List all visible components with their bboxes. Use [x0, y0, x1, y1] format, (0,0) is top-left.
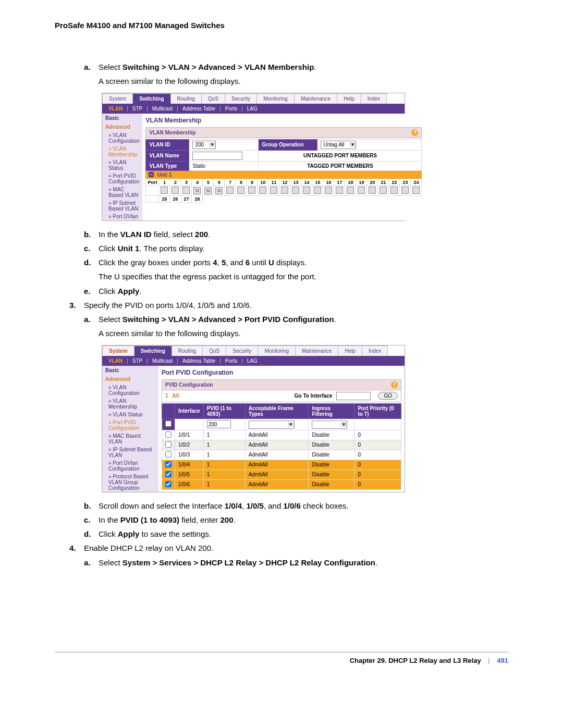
ingress-select[interactable]: ▼ [312, 421, 347, 429]
sidebar-item-port-dvlan-configuration[interactable]: » Port DVlan Configuration [102, 459, 158, 473]
help-icon[interactable]: ? [411, 129, 418, 136]
tab-routing[interactable]: Routing [172, 346, 203, 356]
port-box-14[interactable] [303, 187, 310, 194]
port-box-7[interactable] [226, 187, 234, 194]
unit-label[interactable]: Unit 1 [157, 172, 172, 178]
port-box-2[interactable] [172, 187, 179, 194]
tab-help[interactable]: Help [338, 346, 362, 356]
subnav-address-table[interactable]: Address Table [182, 106, 215, 112]
frame-types-select[interactable]: ▼ [249, 421, 295, 429]
port-box-10[interactable] [259, 187, 266, 194]
sidebar-group-advanced[interactable]: Advanced [102, 375, 158, 384]
tab-monitoring[interactable]: Monitoring [258, 346, 296, 356]
sidebar-item-protocol-based-vlan-group-configuration[interactable]: » Protocol Based VLAN Group Configuratio… [102, 473, 158, 492]
sidebar-item-vlan-configuration[interactable]: » VLAN Configuration [102, 131, 142, 145]
subnav-stp[interactable]: STP [132, 106, 142, 112]
vlan-id-select[interactable]: 200▼ [192, 141, 216, 149]
subnav-vlan[interactable]: VLAN [108, 358, 123, 364]
sidebar-item-ip-subnet-based-vlan[interactable]: » IP Subnet Based VLAN [102, 446, 158, 459]
port-box-12[interactable] [281, 187, 288, 194]
goto-interface-input[interactable] [336, 392, 371, 400]
sidebar-item-vlan-configuration[interactable]: » VLAN Configuration [102, 384, 158, 397]
port-box-22[interactable] [390, 187, 398, 194]
sidebar-item-port-dvlan[interactable]: » Port DVlan [102, 213, 142, 220]
sidebar-item-ip-subnet-based-vlan[interactable]: » IP Subnet Based VLAN [102, 199, 142, 213]
tab-switching[interactable]: Switching [134, 346, 172, 356]
row-checkbox[interactable] [165, 471, 172, 477]
sidebar-group-advanced[interactable]: Advanced [102, 122, 142, 131]
port-box-15[interactable] [314, 187, 321, 194]
subnav-lag[interactable]: LAG [247, 106, 258, 112]
sidebar-item-vlan-status[interactable]: » VLAN Status [102, 411, 158, 418]
row-checkbox[interactable] [165, 431, 172, 438]
row-checkbox[interactable] [165, 461, 172, 467]
tab-security[interactable]: Security [225, 93, 257, 104]
cell-aft: AdmitAll [245, 460, 309, 470]
subnav-ports[interactable]: Ports [225, 358, 237, 364]
tab-switching[interactable]: Switching [132, 93, 170, 104]
subnav-multicast[interactable]: Multicast [152, 358, 173, 364]
subnav-stp[interactable]: STP [132, 358, 142, 364]
port-box-18[interactable] [347, 187, 354, 194]
tab-maintenance[interactable]: Maintenance [295, 346, 338, 356]
help-icon[interactable]: ? [391, 381, 398, 388]
tab-qos[interactable]: QoS [202, 346, 226, 356]
port-box-17[interactable] [336, 187, 343, 194]
unit-collapse-toggle[interactable]: − [149, 172, 154, 177]
untagged-members-band[interactable]: UNTAGGED PORT MEMBERS [259, 150, 422, 161]
tab-index[interactable]: Index [361, 93, 387, 104]
select-all-checkbox[interactable] [165, 421, 172, 427]
port-box-9[interactable] [248, 187, 255, 194]
port-box-11[interactable] [270, 187, 277, 194]
port-box-23[interactable] [401, 187, 409, 194]
tab-routing[interactable]: Routing [170, 93, 202, 104]
cell-if: 1/0/6 [175, 479, 204, 489]
filter-num[interactable]: 1 [165, 393, 168, 399]
port-box-3[interactable] [182, 187, 190, 194]
port-box-4[interactable]: U [193, 187, 201, 194]
sidebar-item-vlan-membership[interactable]: » VLAN Membership [102, 145, 142, 158]
port-box-21[interactable] [380, 187, 387, 194]
port-box-5[interactable]: U [204, 187, 212, 194]
row-checkbox[interactable] [165, 481, 172, 487]
port-box-19[interactable] [358, 187, 365, 194]
sidebar-group-basic[interactable]: Basic [102, 366, 158, 375]
subnav-address-table[interactable]: Address Table [182, 358, 215, 364]
port-box-24[interactable] [412, 187, 420, 194]
go-button[interactable]: GO [378, 392, 398, 400]
row-checkbox[interactable] [165, 451, 172, 458]
subnav-ports[interactable]: Ports [225, 106, 237, 112]
sidebar-item-port-pvid-configuration[interactable]: » Port PVID Configuration [102, 418, 158, 432]
sidebar-item-mac-based-vlan[interactable]: » MAC Based VLAN [102, 432, 158, 446]
subnav-lag[interactable]: LAG [247, 358, 258, 364]
sidebar-group-basic[interactable]: Basic [102, 114, 142, 122]
tab-index[interactable]: Index [362, 346, 388, 356]
port-box-1[interactable] [161, 187, 168, 194]
subnav-vlan[interactable]: VLAN [108, 106, 123, 112]
sidebar-item-mac-based-vlan[interactable]: » MAC Based VLAN [102, 186, 142, 199]
filter-all[interactable]: All [173, 393, 179, 399]
vlan-type-label: VLAN Type [146, 161, 189, 170]
sidebar-item-vlan-membership[interactable]: » VLAN Membership [102, 397, 158, 411]
port-box-13[interactable] [292, 187, 299, 194]
tab-help[interactable]: Help [337, 93, 361, 104]
group-operation-select[interactable]: Untag All▼ [321, 141, 356, 149]
tab-system[interactable]: System [102, 346, 134, 356]
tagged-members-band[interactable]: TAGGED PORT MEMBERS [259, 161, 422, 170]
col-interface: Interface [175, 403, 204, 418]
row-checkbox[interactable] [165, 441, 172, 448]
pvid-input[interactable] [207, 420, 231, 428]
tab-monitoring[interactable]: Monitoring [256, 93, 295, 104]
tab-system[interactable]: System [102, 93, 133, 104]
sidebar-item-port-pvid-configuration[interactable]: » Port PVID Configuration [102, 172, 142, 186]
tab-qos[interactable]: QoS [201, 93, 225, 104]
subnav-multicast[interactable]: Multicast [152, 106, 173, 112]
port-box-8[interactable] [237, 187, 244, 194]
tab-maintenance[interactable]: Maintenance [294, 93, 337, 104]
port-box-6[interactable]: U [215, 187, 223, 194]
port-box-16[interactable] [325, 187, 332, 194]
tab-security[interactable]: Security [226, 346, 258, 356]
sidebar-item-vlan-status[interactable]: » VLAN Status [102, 158, 142, 172]
port-box-20[interactable] [369, 187, 376, 194]
vlan-name-input[interactable] [192, 152, 242, 160]
